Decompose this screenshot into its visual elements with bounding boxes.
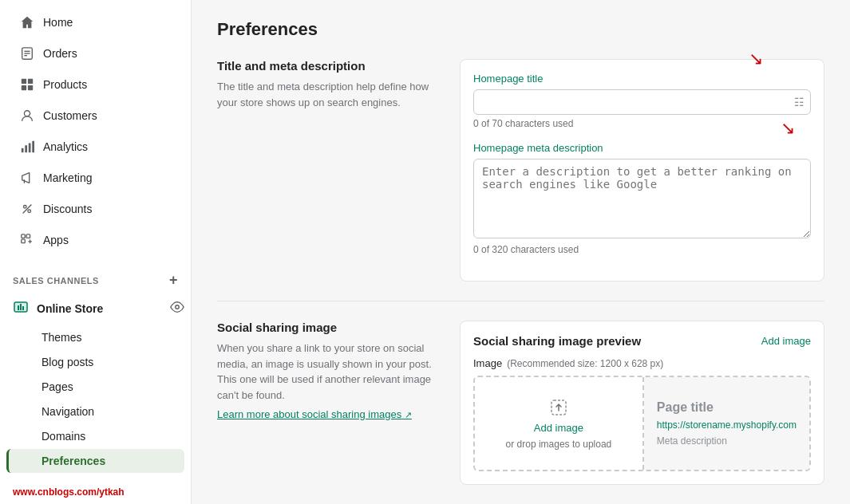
svg-rect-17 [26,234,30,238]
svg-point-13 [24,206,27,209]
svg-rect-6 [22,85,26,90]
add-channel-icon[interactable]: + [169,272,178,289]
sidebar-item-apps-label: Apps [43,234,69,246]
image-label: Image [473,357,502,369]
online-store-row: Online Store [0,292,191,325]
preview-url: https://storename.myshopify.com [657,419,797,431]
title-meta-section: Title and meta description The title and… [217,59,824,282]
social-card-header: Social sharing image preview Add image [473,334,811,348]
orders-icon [19,45,35,61]
main-content: Preferences Title and meta description T… [192,0,850,504]
svg-rect-11 [29,144,31,153]
external-link-icon: ↗ [405,410,412,419]
online-store-label: Online Store [37,302,103,315]
homepage-meta-textarea[interactable] [473,159,811,238]
svg-point-8 [24,111,30,116]
svg-rect-16 [22,234,26,238]
title-input-icon: ☷ [794,96,805,108]
sidebar-item-themes[interactable]: Themes [6,325,184,349]
preview-right: Page title https://storename.myshopify.c… [644,377,809,470]
preview-box: Add image or drop images to upload Page … [473,376,811,471]
arrow-indicator-1: ↘ [749,49,763,69]
social-section: Social sharing image When you share a li… [217,321,824,485]
sidebar-item-discounts-label: Discounts [43,203,92,215]
sidebar-item-home[interactable]: Home [6,7,184,37]
svg-point-14 [28,210,31,213]
marketing-icon [19,170,35,186]
sidebar-item-analytics-label: Analytics [43,140,88,153]
sidebar-item-preferences[interactable]: Preferences [6,449,184,473]
sidebar-item-navigation[interactable]: Navigation [6,400,184,423]
svg-rect-18 [22,239,26,243]
homepage-title-char-count: 0 of 70 characters used [473,118,811,129]
title-meta-description: The title and meta description help defi… [217,79,441,110]
social-description: When you share a link to your store on s… [217,341,441,403]
sidebar-item-pages[interactable]: Pages [6,375,184,399]
sidebar-item-orders[interactable]: Orders [6,38,184,69]
preview-upload-area[interactable]: Add image or drop images to upload [475,377,644,470]
online-store-item[interactable]: Online Store [6,292,109,325]
home-icon [19,14,35,30]
eye-icon[interactable] [170,300,184,317]
customers-icon [19,108,35,124]
sidebar-item-home-label: Home [43,16,73,29]
homepage-title-label: Homepage title [473,73,811,85]
svg-rect-4 [22,79,26,84]
social-card-heading: Social sharing image preview [473,334,641,348]
learn-more-link[interactable]: Learn more about social sharing images ↗ [217,408,412,420]
sidebar-item-apps[interactable]: Apps [6,225,184,255]
sales-channels-section: SALES CHANNELS + [0,262,191,292]
products-icon [19,77,35,93]
sidebar-item-discounts[interactable]: Discounts [6,194,184,224]
page-title: Preferences [217,19,824,40]
social-left: Social sharing image When you share a li… [217,321,441,485]
preview-meta: Meta description [657,435,797,447]
sidebar-item-orders-label: Orders [43,47,77,60]
sidebar: Home Orders [0,0,192,504]
preview-page-title: Page title [657,400,797,415]
sidebar-item-domains[interactable]: Domains [6,424,184,448]
sidebar-item-blog-posts[interactable]: Blog posts [6,350,184,374]
arrow-indicator-2: ↘ [781,118,795,139]
image-label-row: Image (Recommended size: 1200 x 628 px) [473,357,811,369]
analytics-icon [19,139,35,155]
watermark: www.cnblogs.com/ytkah [0,480,191,504]
svg-rect-10 [25,145,27,152]
sidebar-item-marketing-label: Marketing [43,171,92,184]
svg-rect-5 [28,79,33,84]
homepage-title-wrapper: ☷ [473,89,811,115]
sidebar-item-products-label: Products [43,78,87,91]
title-meta-card: Homepage title ↘ ☷ 0 of 70 characters us… [460,59,824,282]
drop-text: or drop images to upload [506,439,612,450]
svg-rect-12 [32,141,34,152]
homepage-meta-label: Homepage meta description [473,142,811,154]
recommended-size: (Recommended size: 1200 x 628 px) [507,358,663,369]
sidebar-item-customers[interactable]: Customers [6,100,184,131]
sidebar-item-products[interactable]: Products [6,69,184,100]
social-heading: Social sharing image [217,321,441,334]
upload-icon [549,398,568,417]
section-divider [217,301,824,301]
svg-rect-7 [28,85,33,90]
svg-point-21 [176,305,180,309]
add-image-text: Add image [534,422,583,434]
homepage-meta-char-count: 0 of 320 characters used [473,244,811,255]
sidebar-item-marketing[interactable]: Marketing [6,163,184,193]
sidebar-item-customers-label: Customers [43,109,97,122]
sidebar-sub-items: Themes Blog posts Pages Navigation Domai… [0,325,191,473]
title-meta-heading: Title and meta description [217,59,441,73]
online-store-icon [13,299,29,317]
apps-icon [19,232,35,248]
discounts-icon [19,201,35,217]
social-preview-card: Social sharing image preview Add image I… [460,321,824,485]
add-image-link[interactable]: Add image [761,335,811,347]
sidebar-item-analytics[interactable]: Analytics [6,132,184,162]
svg-rect-9 [22,148,24,152]
title-meta-left: Title and meta description The title and… [217,59,441,282]
homepage-title-input[interactable] [473,89,811,115]
